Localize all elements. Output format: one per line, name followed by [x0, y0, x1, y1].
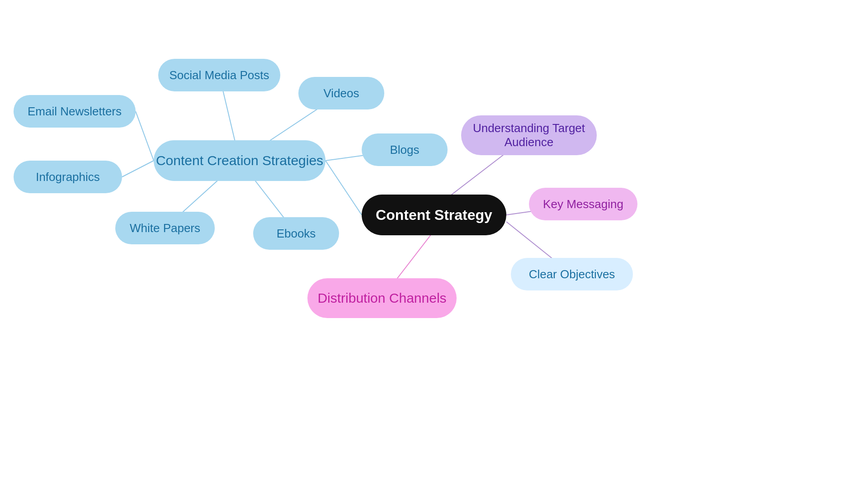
- content-strategy-node[interactable]: Content Strategy: [362, 195, 506, 235]
- social-media-node[interactable]: Social Media Posts: [158, 59, 280, 91]
- email-node[interactable]: Email Newsletters: [14, 95, 136, 128]
- videos-node[interactable]: Videos: [298, 77, 384, 109]
- blogs-node[interactable]: Blogs: [362, 133, 448, 166]
- videos-label: Videos: [323, 86, 359, 100]
- mind-map-canvas: Content Strategy Content Creation Strate…: [0, 0, 868, 490]
- distribution-label: Distribution Channels: [317, 290, 446, 306]
- svg-line-7: [326, 161, 362, 215]
- social-media-label: Social Media Posts: [169, 68, 269, 82]
- understanding-node[interactable]: Understanding Target Audience: [461, 115, 597, 155]
- clear-objectives-label: Clear Objectives: [529, 267, 615, 281]
- infographics-label: Infographics: [36, 170, 100, 184]
- infographics-node[interactable]: Infographics: [14, 161, 122, 193]
- white-papers-node[interactable]: White Papers: [115, 212, 215, 244]
- ebooks-label: Ebooks: [277, 227, 316, 241]
- connections-svg: [0, 0, 868, 490]
- ebooks-node[interactable]: Ebooks: [253, 217, 339, 250]
- understanding-label: Understanding Target Audience: [461, 121, 597, 149]
- content-strategy-label: Content Strategy: [376, 207, 492, 224]
- svg-line-5: [122, 161, 154, 177]
- blogs-label: Blogs: [390, 143, 419, 157]
- email-label: Email Newsletters: [28, 105, 122, 119]
- content-creation-label: Content Creation Strategies: [156, 153, 323, 168]
- distribution-node[interactable]: Distribution Channels: [307, 278, 457, 318]
- svg-line-6: [136, 111, 154, 161]
- clear-objectives-node[interactable]: Clear Objectives: [511, 258, 633, 290]
- content-creation-node[interactable]: Content Creation Strategies: [154, 140, 326, 181]
- white-papers-label: White Papers: [130, 221, 200, 235]
- key-messaging-node[interactable]: Key Messaging: [529, 188, 637, 220]
- key-messaging-label: Key Messaging: [543, 197, 623, 211]
